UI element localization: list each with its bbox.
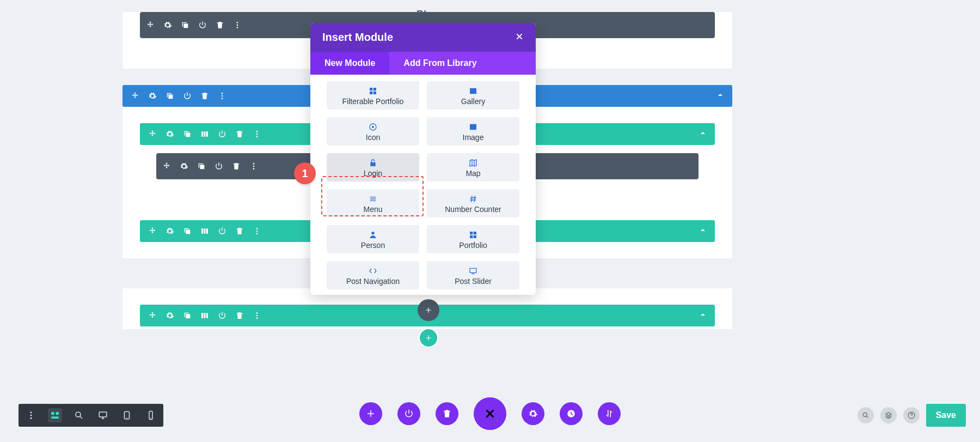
chevron-up-icon[interactable]: [699, 129, 707, 140]
map-icon: [469, 159, 477, 167]
tab-new-module[interactable]: New Module: [310, 52, 389, 75]
tab-add-from-library[interactable]: Add From Library: [389, 52, 491, 75]
more-icon[interactable]: [249, 161, 259, 171]
more-icon[interactable]: [232, 20, 242, 30]
module-item-login[interactable]: Login: [327, 153, 419, 181]
module-item-filterable-portfolio[interactable]: Filterable Portfolio: [327, 81, 419, 110]
copy-icon[interactable]: [197, 161, 206, 171]
module-item-portfolio[interactable]: Portfolio: [427, 225, 519, 253]
power-icon[interactable]: [182, 91, 192, 101]
move-icon[interactable]: [148, 226, 157, 236]
columns-icon[interactable]: [200, 311, 210, 320]
lock-icon: [369, 159, 377, 167]
module-item-label: Post Slider: [455, 277, 492, 286]
gear-icon[interactable]: [179, 161, 189, 171]
move-icon[interactable]: [130, 91, 140, 101]
power-icon[interactable]: [198, 20, 207, 30]
add-module-circle[interactable]: [418, 299, 439, 321]
search-icon[interactable]: [857, 407, 874, 423]
columns-icon[interactable]: [200, 129, 210, 139]
trash-icon[interactable]: [235, 311, 244, 320]
module-item-label: Person: [361, 241, 385, 250]
trash-icon[interactable]: [215, 20, 225, 30]
module-item-image[interactable]: Image: [427, 117, 519, 146]
copy-icon[interactable]: [182, 129, 192, 139]
modal-header[interactable]: Insert Module: [310, 23, 536, 52]
module-item-map[interactable]: Map: [427, 153, 519, 181]
module-item-person[interactable]: Person: [327, 225, 419, 253]
power-icon[interactable]: [217, 226, 227, 236]
more-icon[interactable]: [217, 91, 227, 101]
row-tools: [148, 129, 262, 139]
module-item-label: Map: [465, 169, 480, 178]
ab-add-button[interactable]: [359, 402, 382, 425]
columns-icon[interactable]: [200, 226, 210, 236]
trash-icon[interactable]: [235, 226, 244, 236]
move-icon[interactable]: [148, 311, 157, 320]
power-icon[interactable]: [217, 311, 227, 320]
module-item-icon[interactable]: Icon: [327, 117, 419, 146]
chevron-up-icon[interactable]: [699, 310, 707, 321]
chevron-up-icon[interactable]: [716, 90, 725, 101]
module-item-label: Post Navigation: [346, 277, 400, 286]
module-item-number-counter[interactable]: Number Counter: [427, 189, 519, 217]
view-toolbar: [19, 404, 163, 427]
close-icon[interactable]: [515, 31, 524, 44]
module-item-label: Portfolio: [459, 241, 487, 250]
tablet-icon[interactable]: [120, 408, 134, 422]
module-item-label: Gallery: [461, 97, 485, 106]
zoom-icon[interactable]: [72, 408, 86, 422]
move-icon[interactable]: [145, 20, 155, 30]
image-icon: [469, 123, 477, 131]
module-tools: [145, 20, 242, 30]
trash-icon[interactable]: [231, 161, 241, 171]
more-icon[interactable]: [24, 408, 38, 422]
trash-icon[interactable]: [200, 91, 210, 101]
add-row-circle[interactable]: [419, 328, 438, 348]
gear-icon[interactable]: [165, 226, 175, 236]
module-item-menu[interactable]: Menu: [327, 189, 419, 217]
more-icon[interactable]: [252, 226, 262, 236]
ab-history-button[interactable]: [560, 402, 583, 425]
module-item-label: Icon: [366, 133, 380, 142]
layers-icon[interactable]: [880, 407, 897, 423]
annotation-badge: 1: [294, 162, 316, 184]
save-button[interactable]: Save: [926, 404, 966, 427]
copy-icon[interactable]: [182, 226, 192, 236]
phone-icon[interactable]: [144, 408, 158, 422]
gear-icon[interactable]: [148, 91, 157, 101]
desktop-icon[interactable]: [96, 408, 110, 422]
module-item-post-slider[interactable]: Post Slider: [427, 261, 519, 289]
chevron-up-icon[interactable]: [699, 226, 707, 237]
copy-icon[interactable]: [180, 20, 190, 30]
section-tools: [130, 91, 227, 101]
power-icon[interactable]: [217, 129, 227, 139]
power-icon[interactable]: [214, 161, 224, 171]
insert-module-modal: Insert Module New Module Add From Librar…: [310, 23, 536, 295]
ab-power-button[interactable]: [397, 402, 420, 425]
gear-icon[interactable]: [163, 20, 173, 30]
move-icon[interactable]: [148, 129, 157, 139]
slider-icon: [469, 267, 477, 275]
help-icon[interactable]: [903, 407, 920, 423]
module-title: Blog: [416, 9, 438, 20]
more-icon[interactable]: [252, 129, 262, 139]
target-icon: [369, 123, 377, 131]
ab-settings-button[interactable]: [522, 402, 544, 425]
module-item-post-navigation[interactable]: Post Navigation: [327, 261, 419, 289]
copy-icon[interactable]: [165, 91, 175, 101]
ab-trash-button[interactable]: [436, 402, 458, 425]
move-icon[interactable]: [162, 161, 171, 171]
ab-close-button[interactable]: [474, 397, 506, 430]
person-icon: [369, 231, 377, 239]
copy-icon[interactable]: [182, 311, 192, 320]
gear-icon[interactable]: [165, 311, 175, 320]
gear-icon[interactable]: [165, 129, 175, 139]
menu-icon: [369, 195, 377, 203]
wireframe-icon[interactable]: [48, 408, 62, 422]
module-item-gallery[interactable]: Gallery: [427, 81, 519, 110]
trash-icon[interactable]: [235, 129, 244, 139]
ab-sort-button[interactable]: [598, 402, 621, 425]
module-item-label: Number Counter: [445, 205, 501, 214]
more-icon[interactable]: [252, 311, 262, 320]
